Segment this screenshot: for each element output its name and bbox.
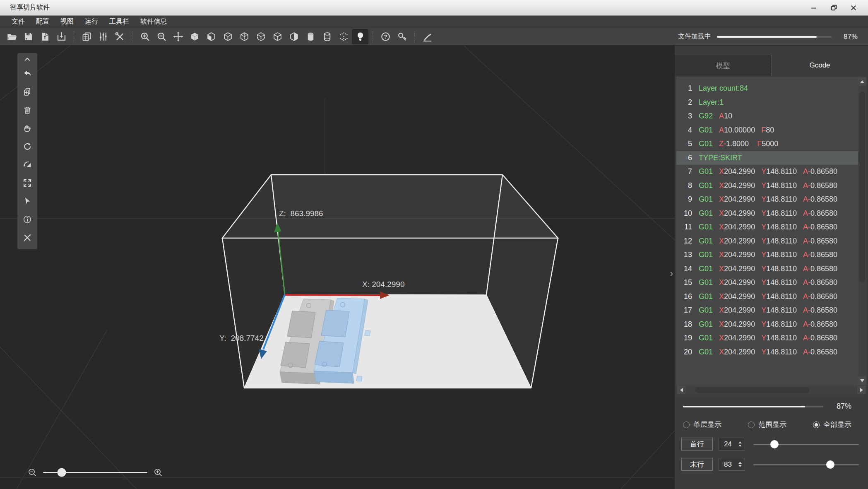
menu-item-run[interactable]: 运行 xyxy=(85,17,98,26)
license-key-button[interactable] xyxy=(394,29,410,44)
radio-all[interactable]: 全部显示 xyxy=(813,420,851,429)
spinner-arrows[interactable] xyxy=(737,441,743,447)
first-line-slider-thumb[interactable] xyxy=(770,440,779,448)
horizontal-scroll-thumb[interactable] xyxy=(695,387,809,393)
rotate-model-button[interactable] xyxy=(17,137,37,156)
gcode-token: G01 xyxy=(699,265,713,273)
last-line-slider-thumb[interactable] xyxy=(826,460,834,469)
gcode-row-8[interactable]: 8G01 X204.2990 Y148.8110 A-0.86580 xyxy=(676,179,858,193)
vertical-scroll-thumb[interactable] xyxy=(859,92,865,282)
first-line-button[interactable]: 首行 xyxy=(681,438,713,450)
gcode-row-9[interactable]: 9G01 X204.2990 Y148.8110 A-0.86580 xyxy=(676,193,858,207)
gcode-line-number: 3 xyxy=(680,112,692,120)
viewport-3d[interactable]: Z: 863.9986 X: 204.2990 Y: 208.7742 xyxy=(0,46,675,489)
minimize-button[interactable] xyxy=(807,2,821,13)
scroll-up-button[interactable] xyxy=(858,77,866,86)
key-icon xyxy=(397,31,408,42)
z-axis-label: Z: 863.9986 xyxy=(279,209,323,218)
tools-button[interactable] xyxy=(111,29,128,44)
scroll-left-button[interactable] xyxy=(677,386,685,394)
vertical-scrollbar[interactable] xyxy=(858,77,866,385)
cylinder-wireframe-button[interactable] xyxy=(319,29,335,44)
view-solid-button[interactable] xyxy=(186,29,203,44)
gcode-row-15[interactable]: 15G01 X204.2990 Y148.8110 A-0.86580 xyxy=(676,276,858,290)
gcode-row-19[interactable]: 19G01 X204.2990 Y148.8110 A-0.86580 xyxy=(676,331,858,345)
move-view-button[interactable] xyxy=(170,29,186,44)
zoom-in-icon[interactable] xyxy=(153,467,163,477)
gcode-row-3[interactable]: 3G92 A10 xyxy=(676,109,858,123)
gcode-row-20[interactable]: 20G01 X204.2990 Y148.8110 A-0.86580 xyxy=(676,345,858,359)
select-model-button[interactable] xyxy=(17,192,37,210)
gcode-line-number: 17 xyxy=(680,306,692,315)
scroll-right-button[interactable] xyxy=(857,386,866,394)
gcode-row-5[interactable]: 5G01 Z-1.8000 F5000 xyxy=(676,137,858,151)
gcode-row-13[interactable]: 13G01 X204.2990 Y148.8110 A-0.86580 xyxy=(676,248,858,262)
spinner-arrows[interactable] xyxy=(737,462,743,467)
gcode-row-1[interactable]: 1Layer count:84 xyxy=(676,82,858,96)
import-file-button[interactable] xyxy=(53,29,70,44)
view-surface-button[interactable] xyxy=(203,29,219,44)
param-sliders-button[interactable] xyxy=(95,29,111,44)
zoom-slider-thumb[interactable] xyxy=(58,468,66,477)
zoom-in-button[interactable] xyxy=(137,29,153,44)
gcode-row-6[interactable]: 6TYPE:SKIRT xyxy=(676,151,858,165)
last-line-button[interactable]: 末行 xyxy=(681,458,713,471)
panel-collapse-chevron[interactable]: › xyxy=(670,268,673,279)
gcode-row-17[interactable]: 17G01 X204.2990 Y148.8110 A-0.86580 xyxy=(676,304,858,318)
gcode-row-16[interactable]: 16G01 X204.2990 Y148.8110 A-0.86580 xyxy=(676,290,858,304)
undo-button[interactable] xyxy=(17,65,37,83)
export-model-button[interactable] xyxy=(36,29,53,44)
repair-model-button[interactable] xyxy=(17,229,37,247)
menu-item-file[interactable]: 文件 xyxy=(12,17,25,26)
mark-pen-button[interactable] xyxy=(419,29,435,44)
view-section-button[interactable] xyxy=(286,29,302,44)
close-button[interactable] xyxy=(846,2,861,13)
tab-gcode[interactable]: Gcode xyxy=(772,55,868,76)
gcode-row-14[interactable]: 14G01 X204.2990 Y148.8110 A-0.86580 xyxy=(676,262,858,276)
pan-view-button[interactable] xyxy=(17,119,37,137)
display-mode-group: 单层显示范围显示全部显示 xyxy=(683,420,851,429)
collapse-up-button[interactable] xyxy=(17,54,37,65)
gcode-row-10[interactable]: 10G01 X204.2990 Y148.8110 A-0.86580 xyxy=(676,207,858,221)
point-cloud-button[interactable] xyxy=(335,29,352,44)
gcode-row-12[interactable]: 12G01 X204.2990 Y148.8110 A-0.86580 xyxy=(676,234,858,248)
delete-model-button[interactable] xyxy=(17,101,37,119)
view-wireframe-button[interactable] xyxy=(219,29,236,44)
view-dashed-button[interactable] xyxy=(252,29,269,44)
zoom-slider-track[interactable] xyxy=(43,472,147,473)
last-line-slider[interactable] xyxy=(753,460,859,469)
first-line-spinner[interactable]: 24 xyxy=(719,438,745,450)
zoom-out-button[interactable] xyxy=(153,29,170,44)
gcode-token: A- xyxy=(803,167,810,176)
gcode-row-7[interactable]: 7G01 X204.2990 Y148.8110 A-0.86580 xyxy=(676,165,858,179)
light-toggle-button[interactable] xyxy=(352,29,368,44)
first-line-slider[interactable] xyxy=(753,440,859,448)
gcode-row-2[interactable]: 2Layer:1 xyxy=(676,96,858,110)
fit-view-button[interactable] xyxy=(17,174,37,192)
save-button[interactable] xyxy=(20,29,36,44)
mirror-model-button[interactable] xyxy=(17,156,37,174)
view-wireframe-hidden-button[interactable] xyxy=(236,29,252,44)
radio-single-layer[interactable]: 单层显示 xyxy=(683,420,721,429)
menu-item-view[interactable]: 视图 xyxy=(60,17,74,26)
copy-params-button[interactable] xyxy=(78,29,95,44)
gcode-row-11[interactable]: 11G01 X204.2990 Y148.8110 A-0.86580 xyxy=(676,220,858,234)
horizontal-scrollbar[interactable] xyxy=(676,385,866,395)
menu-item-about[interactable]: 软件信息 xyxy=(140,17,167,26)
view-open-box-button[interactable] xyxy=(269,29,286,44)
tab-model[interactable]: 模型 xyxy=(675,55,772,76)
gcode-row-18[interactable]: 18G01 X204.2990 Y148.8110 A-0.86580 xyxy=(676,318,858,332)
model-info-button[interactable] xyxy=(17,210,37,229)
zoom-out-icon[interactable] xyxy=(27,467,37,477)
help-button[interactable]: ? xyxy=(377,29,394,44)
menu-item-toolbar[interactable]: 工具栏 xyxy=(109,17,129,26)
open-file-button[interactable] xyxy=(3,29,20,44)
menu-item-config[interactable]: 配置 xyxy=(36,17,49,26)
last-line-spinner[interactable]: 83 xyxy=(719,458,745,471)
gcode-row-4[interactable]: 4G01 A10.00000 F80 xyxy=(676,123,858,137)
duplicate-model-button[interactable] xyxy=(17,83,37,101)
scroll-down-button[interactable] xyxy=(858,376,866,385)
radio-range[interactable]: 范围显示 xyxy=(748,420,786,429)
cylinder-solid-button[interactable] xyxy=(302,29,319,44)
restore-button[interactable] xyxy=(827,2,841,13)
